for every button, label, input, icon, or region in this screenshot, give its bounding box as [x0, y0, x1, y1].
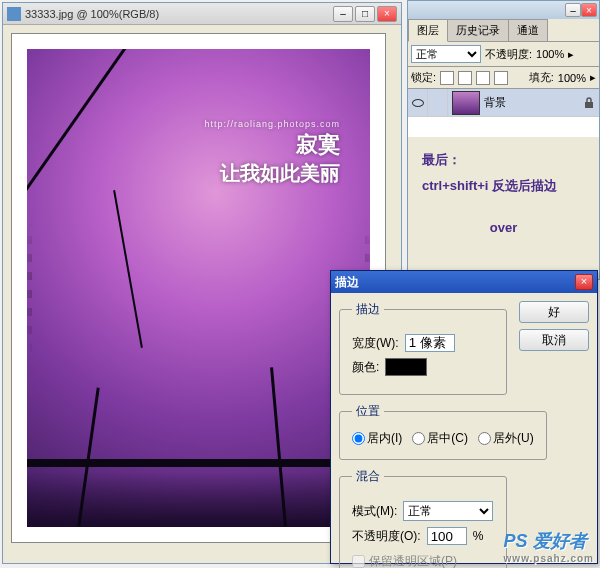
layers-panel: – × 图层 历史记录 通道 正常 不透明度: 100% ▸ 锁定: 填充: 1… — [407, 0, 600, 280]
opacity-label: 不透明度: — [485, 47, 532, 62]
svg-rect-0 — [585, 102, 593, 108]
document-icon — [7, 7, 21, 21]
tab-channels[interactable]: 通道 — [508, 19, 548, 41]
mode-select[interactable]: 正常 — [403, 501, 493, 521]
stroke-legend: 描边 — [352, 301, 384, 318]
radio-center-input[interactable] — [412, 432, 425, 445]
lock-all-icon[interactable] — [494, 71, 508, 85]
width-label: 宽度(W): — [352, 335, 399, 352]
blend-fieldset: 混合 模式(M): 正常 不透明度(O): % 保留透明区域(P) — [339, 468, 507, 568]
percent-label: % — [473, 529, 484, 543]
artwork-area: http://raoliang.photops.com 寂寞 让我如此美丽 — [27, 49, 370, 527]
watermark-url: www.psahz.com — [504, 553, 594, 564]
mode-label: 模式(M): — [352, 503, 397, 520]
dialog-title: 描边 — [335, 274, 575, 291]
dialog-body: 好 取消 描边 宽度(W): 颜色: 位置 居内(I) 居中(C) 居外(U) … — [331, 293, 597, 568]
panel-close-button[interactable]: × — [581, 3, 597, 17]
fill-arrow-icon[interactable]: ▸ — [590, 71, 596, 84]
lock-row: 锁定: 填充: 100% ▸ — [408, 67, 599, 89]
dialog-buttons: 好 取消 — [519, 301, 589, 351]
lock-transparency-icon[interactable] — [440, 71, 454, 85]
position-fieldset: 位置 居内(I) 居中(C) 居外(U) — [339, 403, 547, 460]
opacity-row: 不透明度(O): % — [352, 527, 494, 545]
note-line1: 最后： — [422, 147, 585, 173]
color-swatch[interactable] — [385, 358, 427, 376]
watermark-logo: PS 爱好者 — [504, 531, 587, 551]
layer-name[interactable]: 背景 — [484, 95, 583, 110]
panel-tabs: 图层 历史记录 通道 — [408, 19, 599, 42]
note-line2: ctrl+shift+i 反选后描边 — [422, 173, 585, 199]
lock-position-icon[interactable] — [476, 71, 490, 85]
lock-label: 锁定: — [411, 70, 436, 85]
blend-mode-select[interactable]: 正常 — [411, 45, 481, 63]
tab-history[interactable]: 历史记录 — [447, 19, 509, 41]
layer-thumbnail[interactable] — [452, 91, 480, 115]
blend-legend: 混合 — [352, 468, 384, 485]
opacity-arrow-icon[interactable]: ▸ — [568, 48, 574, 61]
fill-value: 100% — [558, 72, 586, 84]
watermark: PS 爱好者 www.psahz.com — [504, 529, 594, 564]
cancel-button[interactable]: 取消 — [519, 329, 589, 351]
radio-outside-input[interactable] — [478, 432, 491, 445]
radio-inside-input[interactable] — [352, 432, 365, 445]
preserve-row: 保留透明区域(P) — [352, 553, 494, 568]
tab-layers[interactable]: 图层 — [408, 19, 448, 42]
color-label: 颜色: — [352, 359, 379, 376]
fill-label: 填充: — [529, 70, 554, 85]
mode-row: 模式(M): 正常 — [352, 501, 494, 521]
color-row: 颜色: — [352, 358, 494, 376]
stroke-fieldset: 描边 宽度(W): 颜色: — [339, 301, 507, 395]
dialog-close-button[interactable]: × — [575, 274, 593, 290]
window-buttons: – □ × — [333, 6, 397, 22]
tutorial-notes: 最后： ctrl+shift+i 反选后描边 over — [408, 137, 599, 251]
ok-button[interactable]: 好 — [519, 301, 589, 323]
layer-list: 背景 — [408, 89, 599, 137]
note-line3: over — [422, 215, 585, 241]
lock-icon — [583, 97, 595, 109]
minimize-button[interactable]: – — [333, 6, 353, 22]
preserve-label: 保留透明区域(P) — [369, 553, 457, 568]
lock-pixels-icon[interactable] — [458, 71, 472, 85]
document-titlebar[interactable]: 33333.jpg @ 100%(RGB/8) – □ × — [3, 3, 401, 25]
blend-opacity-label: 不透明度(O): — [352, 528, 421, 545]
eye-icon — [412, 99, 424, 107]
width-input[interactable] — [405, 334, 455, 352]
link-column[interactable] — [428, 89, 448, 117]
visibility-toggle[interactable] — [408, 89, 428, 117]
dialog-titlebar[interactable]: 描边 × — [331, 271, 597, 293]
position-legend: 位置 — [352, 403, 384, 420]
maximize-button[interactable]: □ — [355, 6, 375, 22]
width-row: 宽度(W): — [352, 334, 494, 352]
layer-row[interactable]: 背景 — [408, 89, 599, 117]
opacity-value: 100% — [536, 48, 564, 60]
blend-opacity-input[interactable] — [427, 527, 467, 545]
artwork-image: http://raoliang.photops.com 寂寞 让我如此美丽 — [27, 49, 370, 527]
position-radios: 居内(I) 居中(C) 居外(U) — [352, 430, 534, 447]
blend-mode-row: 正常 不透明度: 100% ▸ — [408, 42, 599, 67]
panel-titlebar[interactable]: – × — [408, 1, 599, 19]
preserve-checkbox — [352, 555, 365, 568]
close-button[interactable]: × — [377, 6, 397, 22]
stroke-dialog: 描边 × 好 取消 描边 宽度(W): 颜色: 位置 居内(I) 居中(C) 居… — [330, 270, 598, 564]
radio-center[interactable]: 居中(C) — [412, 430, 468, 447]
panel-minimize-button[interactable]: – — [565, 3, 581, 17]
radio-inside[interactable]: 居内(I) — [352, 430, 402, 447]
radio-outside[interactable]: 居外(U) — [478, 430, 534, 447]
document-title: 33333.jpg @ 100%(RGB/8) — [25, 8, 333, 20]
